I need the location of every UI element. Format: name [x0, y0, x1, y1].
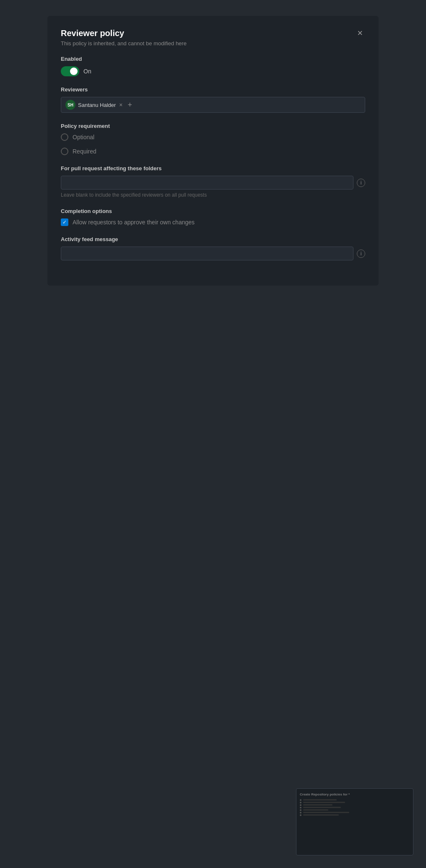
thumb-title: Create Repository policies for *	[300, 792, 410, 798]
thumb-dot-5	[300, 809, 301, 811]
reviewer-tag: SH Santanu Halder ×	[65, 100, 124, 110]
thumb-dot-2	[300, 802, 301, 803]
folders-info-icon[interactable]: i	[357, 179, 365, 187]
thumb-row-3	[300, 804, 410, 806]
reviewer-name: Santanu Halder	[78, 102, 116, 108]
thumb-line-7	[303, 814, 339, 816]
thumb-row-1	[300, 799, 410, 801]
reviewers-field: SH Santanu Halder × +	[61, 97, 365, 113]
completion-label: Completion options	[61, 208, 365, 214]
dialog-header: Reviewer policy This policy is inherited…	[61, 28, 365, 47]
radio-optional-row: Optional	[61, 133, 365, 141]
remove-reviewer-button[interactable]: ×	[118, 102, 123, 108]
thumb-row-5	[300, 809, 410, 811]
activity-section: Activity feed message i	[61, 236, 365, 260]
radio-group: Optional Required	[61, 133, 365, 155]
activity-input-row: i	[61, 247, 365, 260]
toggle-thumb	[70, 68, 78, 75]
folders-section: For pull request affecting these folders…	[61, 165, 365, 198]
thumb-line-6	[303, 812, 349, 813]
folders-input-row: i	[61, 176, 365, 190]
reviewer-policy-dialog: Reviewer policy This policy is inherited…	[47, 16, 379, 286]
thumb-dot-1	[300, 799, 301, 801]
radio-required-row: Required	[61, 148, 365, 155]
thumb-row-6	[300, 812, 410, 813]
toggle-state-label: On	[83, 68, 91, 75]
completion-checkbox[interactable]: ✓	[61, 218, 68, 226]
enabled-section: Enabled On	[61, 56, 365, 76]
thumb-line-1	[303, 799, 337, 800]
thumb-row-4	[300, 807, 410, 808]
dialog-title-block: Reviewer policy This policy is inherited…	[61, 28, 187, 47]
folders-label: For pull request affecting these folders	[61, 165, 365, 172]
radio-required[interactable]	[61, 148, 68, 155]
activity-info-icon[interactable]: i	[357, 249, 365, 258]
dialog-title: Reviewer policy	[61, 28, 187, 39]
radio-optional-label: Optional	[73, 134, 94, 140]
thumb-dot-6	[300, 812, 301, 813]
enabled-toggle[interactable]	[61, 66, 79, 76]
activity-input[interactable]	[61, 247, 353, 260]
thumbnail-preview: Create Repository policies for *	[296, 788, 413, 855]
thumb-dot-3	[300, 804, 301, 806]
folders-input[interactable]	[61, 176, 353, 190]
close-button[interactable]: ×	[355, 28, 365, 39]
reviewers-section: Reviewers SH Santanu Halder × +	[61, 86, 365, 113]
radio-optional[interactable]	[61, 133, 68, 141]
add-reviewer-button[interactable]: +	[127, 101, 133, 109]
thumb-row-7	[300, 814, 410, 816]
reviewer-avatar: SH	[65, 100, 75, 110]
folders-hint: Leave blank to include the specified rev…	[61, 192, 365, 198]
reviewers-label: Reviewers	[61, 86, 365, 93]
thumb-line-4	[303, 807, 341, 808]
thumb-line-5	[303, 809, 328, 811]
toggle-row: On	[61, 66, 365, 76]
policy-requirement-label: Policy requirement	[61, 123, 365, 129]
radio-required-label: Required	[73, 148, 96, 155]
policy-requirement-section: Policy requirement Optional Required	[61, 123, 365, 155]
activity-label: Activity feed message	[61, 236, 365, 242]
completion-checkbox-row: ✓ Allow requestors to approve their own …	[61, 218, 365, 226]
thumbnail-inner: Create Repository policies for *	[296, 789, 413, 820]
completion-checkbox-label: Allow requestors to approve their own ch…	[73, 219, 195, 226]
thumb-line-2	[303, 802, 345, 803]
thumb-dot-4	[300, 807, 301, 808]
enabled-label: Enabled	[61, 56, 365, 62]
completion-section: Completion options ✓ Allow requestors to…	[61, 208, 365, 226]
thumb-dot-7	[300, 814, 301, 816]
thumb-row-2	[300, 802, 410, 803]
thumb-line-3	[303, 804, 332, 806]
dialog-subtitle: This policy is inherited, and cannot be …	[61, 40, 187, 47]
checkmark-icon: ✓	[62, 220, 67, 225]
